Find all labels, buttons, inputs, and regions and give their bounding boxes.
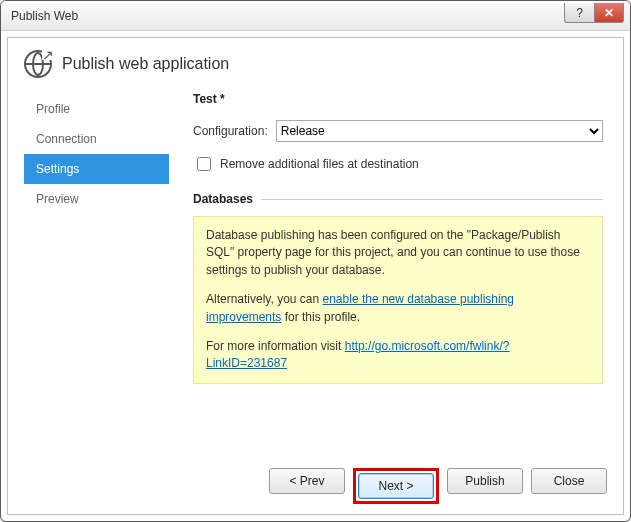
next-button[interactable]: Next >	[358, 473, 434, 499]
db-info-text: for this profile.	[281, 310, 360, 324]
client-area: ↗ Publish web application Profile Connec…	[7, 37, 624, 515]
db-info-p1: Database publishing has been configured …	[206, 227, 590, 279]
sidebar-item-label: Connection	[36, 132, 97, 146]
sidebar-item-connection[interactable]: Connection	[24, 124, 169, 154]
publish-web-dialog: Publish Web ? ✕ ↗ Publish web applicatio…	[0, 0, 631, 522]
configuration-row: Configuration: Release	[193, 120, 603, 142]
sidebar-item-settings[interactable]: Settings	[24, 154, 169, 184]
sidebar-item-preview[interactable]: Preview	[24, 184, 169, 214]
sidebar-item-profile[interactable]: Profile	[24, 94, 169, 124]
globe-icon: ↗	[24, 50, 52, 78]
title-controls: ? ✕	[564, 3, 624, 23]
sidebar-item-label: Settings	[36, 162, 79, 176]
db-info-text: For more information visit	[206, 339, 345, 353]
databases-label: Databases	[193, 192, 253, 206]
titlebar: Publish Web ? ✕	[1, 1, 630, 31]
profile-name: Test *	[193, 92, 603, 120]
window-title: Publish Web	[11, 9, 78, 23]
divider	[261, 199, 603, 200]
remove-files-row: Remove additional files at destination	[193, 154, 603, 174]
prev-button[interactable]: < Prev	[269, 468, 345, 494]
configuration-label: Configuration:	[193, 124, 268, 138]
sidebar-item-label: Profile	[36, 102, 70, 116]
sidebar-item-label: Preview	[36, 192, 79, 206]
db-info-p3: For more information visit http://go.mic…	[206, 338, 590, 373]
databases-header: Databases	[193, 192, 603, 206]
close-button[interactable]: Close	[531, 468, 607, 494]
database-info-box: Database publishing has been configured …	[193, 216, 603, 384]
dialog-title: Publish web application	[62, 55, 229, 73]
dialog-header: ↗ Publish web application	[24, 50, 607, 88]
help-button[interactable]: ?	[564, 3, 594, 23]
wizard-sidebar: Profile Connection Settings Preview	[24, 88, 169, 452]
configuration-select[interactable]: Release	[276, 120, 603, 142]
dialog-body: Profile Connection Settings Preview Test…	[24, 88, 607, 452]
db-info-text: Alternatively, you can	[206, 292, 323, 306]
databases-section: Databases Database publishing has been c…	[193, 192, 603, 384]
dialog-footer: < Prev Next > Publish Close	[24, 452, 607, 504]
close-window-button[interactable]: ✕	[594, 3, 624, 23]
db-info-p2: Alternatively, you can enable the new da…	[206, 291, 590, 326]
publish-button[interactable]: Publish	[447, 468, 523, 494]
remove-files-label: Remove additional files at destination	[220, 157, 419, 171]
settings-panel: Test * Configuration: Release Remove add…	[169, 88, 607, 452]
arrow-icon: ↗	[42, 50, 54, 60]
highlight-annotation: Next >	[353, 468, 439, 504]
remove-files-checkbox[interactable]	[197, 157, 211, 171]
